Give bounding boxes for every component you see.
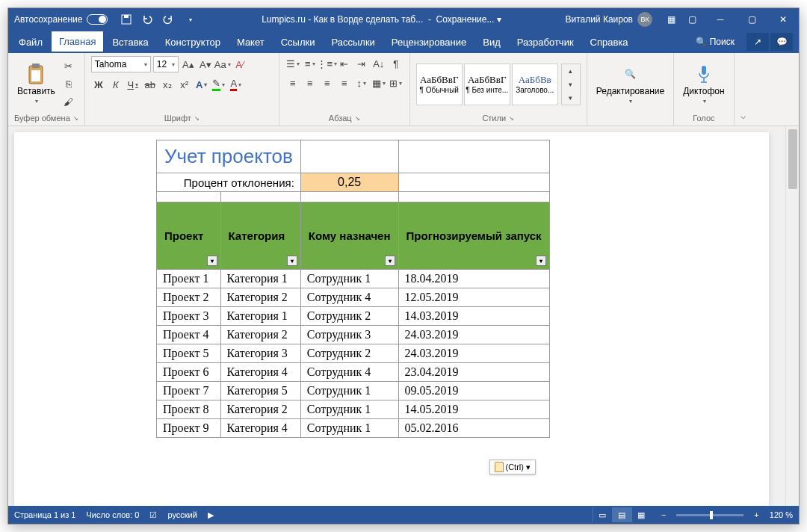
- tab-layout[interactable]: Макет: [229, 32, 272, 52]
- table-cell[interactable]: Категория 1: [220, 270, 300, 288]
- tab-mailings[interactable]: Рассылки: [324, 32, 382, 52]
- undo-icon[interactable]: [140, 13, 154, 26]
- align-left-icon[interactable]: ≡: [285, 75, 300, 90]
- tab-review[interactable]: Рецензирование: [384, 32, 474, 52]
- minimize-button[interactable]: ─: [705, 8, 736, 31]
- display-options-icon[interactable]: ▢: [685, 13, 699, 26]
- redo-icon[interactable]: [161, 13, 175, 26]
- page-scroll[interactable]: Учет проектов Процент отклонения: 0,25 П…: [8, 126, 785, 506]
- bullets-icon[interactable]: ☰▾: [285, 56, 300, 71]
- zoom-slider[interactable]: [676, 514, 743, 516]
- table-cell[interactable]: Проект 6: [157, 363, 221, 382]
- table-row[interactable]: Проект 8Категория 2Сотрудник 114.05.2019: [157, 400, 550, 419]
- table-cell[interactable]: Проект 5: [157, 344, 221, 363]
- vertical-scrollbar[interactable]: [785, 126, 799, 506]
- ribbon-options-icon[interactable]: ▦: [664, 13, 678, 26]
- tab-developer[interactable]: Разработчик: [510, 32, 581, 52]
- styles-up-icon[interactable]: ▴: [563, 66, 578, 76]
- table-cell[interactable]: Категория 4: [220, 419, 300, 438]
- table-cell[interactable]: Категория 1: [220, 307, 300, 326]
- align-center-icon[interactable]: ≡: [303, 75, 318, 90]
- table-cell[interactable]: Сотрудник 4: [300, 363, 398, 382]
- tab-view[interactable]: Вид: [475, 32, 508, 52]
- shading-icon[interactable]: ▦▾: [371, 75, 386, 90]
- font-color-icon[interactable]: A▾: [229, 77, 244, 92]
- styles-launcher-icon[interactable]: ↘: [509, 115, 514, 122]
- language-indicator[interactable]: русский: [167, 510, 197, 519]
- table-cell[interactable]: Сотрудник 4: [300, 288, 398, 307]
- pct-label[interactable]: Процент отклонения:: [157, 173, 301, 192]
- cut-icon[interactable]: ✂: [61, 59, 76, 74]
- table-cell[interactable]: 24.03.2019: [398, 344, 549, 363]
- read-mode-icon[interactable]: ▭: [593, 507, 612, 522]
- tab-design[interactable]: Конструктор: [158, 32, 228, 52]
- zoom-in-icon[interactable]: +: [754, 510, 758, 519]
- table-cell[interactable]: Сотрудник 1: [300, 382, 398, 400]
- table-cell[interactable]: Сотрудник 2: [300, 344, 398, 363]
- strikethrough-button[interactable]: ab: [143, 77, 158, 92]
- comments-button[interactable]: 💬: [770, 33, 793, 51]
- styles-down-icon[interactable]: ▾: [563, 79, 578, 90]
- tab-home[interactable]: Главная: [52, 31, 103, 53]
- hdr-assignee[interactable]: Кому назначен▾: [300, 202, 398, 270]
- table-title[interactable]: Учет проектов: [157, 140, 301, 173]
- table-cell[interactable]: Проект 8: [157, 400, 221, 419]
- filter-icon[interactable]: ▾: [536, 256, 546, 266]
- tab-references[interactable]: Ссылки: [273, 32, 323, 52]
- table-cell[interactable]: Категория 2: [220, 400, 300, 419]
- paragraph-launcher-icon[interactable]: ↘: [355, 115, 360, 122]
- save-icon[interactable]: [120, 13, 133, 26]
- table-cell[interactable]: Сотрудник 1: [300, 400, 398, 419]
- subscript-button[interactable]: x₂: [160, 77, 175, 92]
- justify-icon[interactable]: ≡: [337, 75, 352, 90]
- autosave-toggle[interactable]: Автосохранение: [8, 14, 114, 25]
- zoom-out-icon[interactable]: −: [661, 510, 666, 519]
- style-normal[interactable]: АаБбВвГ¶ Обычный: [416, 64, 463, 105]
- table-cell[interactable]: 14.05.2019: [398, 400, 549, 419]
- share-button[interactable]: ↗: [746, 33, 769, 51]
- scrollbar-thumb[interactable]: [788, 129, 797, 189]
- table-cell[interactable]: Категория 3: [220, 344, 300, 363]
- hdr-category[interactable]: Категория▾: [220, 202, 300, 270]
- page-indicator[interactable]: Страница 1 из 1: [14, 510, 75, 519]
- table-cell[interactable]: Сотрудник 3: [300, 326, 398, 344]
- toggle-switch[interactable]: [87, 14, 108, 25]
- style-heading1[interactable]: АаБбВвЗаголово...: [512, 64, 558, 105]
- table-row[interactable]: Проект 7Категория 5Сотрудник 109.05.2019: [157, 382, 550, 400]
- font-name-combo[interactable]: Tahoma▾: [91, 56, 151, 72]
- table-cell[interactable]: 05.02.2016: [398, 419, 549, 438]
- shrink-font-icon[interactable]: A▾: [198, 57, 213, 72]
- table-cell[interactable]: Категория 5: [220, 382, 300, 400]
- numbering-icon[interactable]: ≡▾: [303, 56, 318, 71]
- table-cell[interactable]: Сотрудник 2: [300, 307, 398, 326]
- sort-icon[interactable]: A↓: [371, 56, 386, 71]
- print-layout-icon[interactable]: ▤: [612, 507, 631, 522]
- align-right-icon[interactable]: ≡: [320, 75, 335, 90]
- maximize-button[interactable]: ▢: [736, 8, 767, 31]
- clear-format-icon[interactable]: A⁄: [232, 57, 247, 72]
- spellcheck-icon[interactable]: ☑: [149, 510, 157, 520]
- collapse-ribbon-icon[interactable]: ⌵: [735, 53, 752, 126]
- web-layout-icon[interactable]: ▦: [631, 507, 651, 522]
- table-cell[interactable]: Проект 4: [157, 326, 221, 344]
- tab-file[interactable]: Файл: [11, 32, 50, 52]
- table-row[interactable]: Проект 1Категория 1Сотрудник 118.04.2019: [157, 270, 550, 288]
- table-cell[interactable]: Категория 2: [220, 326, 300, 344]
- table-row[interactable]: Проект 6Категория 4Сотрудник 423.04.2019: [157, 363, 550, 382]
- filter-icon[interactable]: ▾: [287, 256, 297, 266]
- tab-help[interactable]: Справка: [583, 32, 636, 52]
- copy-icon[interactable]: ⎘: [61, 77, 76, 92]
- paste-options-tag[interactable]: (Ctrl) ▾: [489, 460, 537, 474]
- table-cell[interactable]: 23.04.2019: [398, 363, 549, 382]
- table-cell[interactable]: Проект 2: [157, 288, 221, 307]
- increase-indent-icon[interactable]: ⇥: [354, 56, 369, 71]
- paste-button[interactable]: Вставить ▾: [14, 62, 58, 106]
- search-box[interactable]: 🔍 Поиск: [688, 37, 742, 47]
- table-row[interactable]: Проект 9Категория 4Сотрудник 105.02.2016: [157, 419, 550, 438]
- user-account[interactable]: Виталий Каиров ВК: [559, 12, 658, 27]
- hdr-project[interactable]: Проект▾: [157, 202, 221, 270]
- style-no-spacing[interactable]: АаБбВвГ¶ Без инте...: [464, 64, 510, 105]
- word-count[interactable]: Число слов: 0: [86, 510, 139, 519]
- tab-insert[interactable]: Вставка: [105, 32, 155, 52]
- table-row[interactable]: Проект 4Категория 2Сотрудник 324.03.2019: [157, 326, 550, 344]
